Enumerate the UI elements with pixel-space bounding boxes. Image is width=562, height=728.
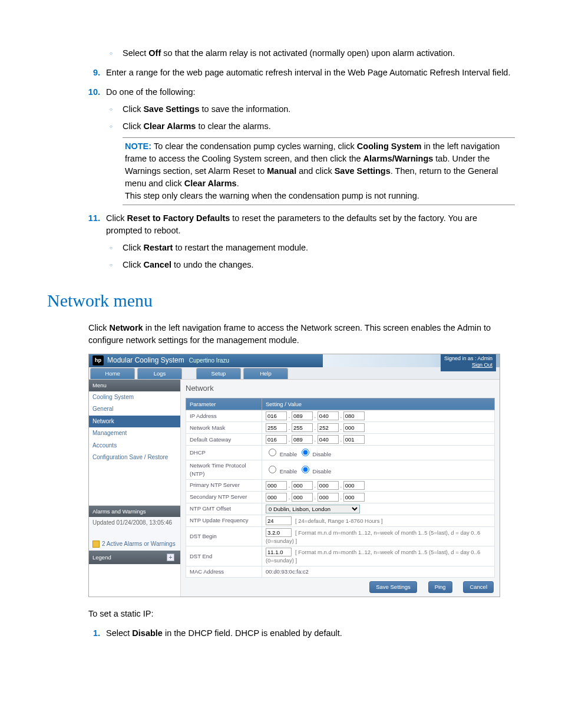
intro-paragraph: Click Network in the left navigation fra…: [88, 322, 515, 347]
step-10: 10. Do one of the following: Click Save …: [82, 86, 515, 205]
mask-octet-4[interactable]: [343, 423, 365, 432]
gmt-offset-select[interactable]: 0 Dublin, Lisbon, London: [266, 505, 360, 513]
row-ntp: Network Time Protocol (NTP) Enable Disab…: [186, 460, 495, 480]
tab-logs[interactable]: Logs: [137, 368, 182, 379]
row-dst-end: DST End [ Format m.n.d m=month 1..12, n=…: [186, 546, 495, 566]
tab-help[interactable]: Help: [243, 368, 288, 379]
signed-in-label: Signed in as : Admin: [444, 355, 492, 361]
step-11: 11. Click Reset to Factory Defaults to r…: [82, 212, 515, 271]
bullet-cancel: Click Cancel to undo the changes.: [106, 259, 515, 271]
procedure-list: Select Off so that the alarm relay is no…: [82, 47, 515, 271]
sidebar-menu-header: Menu: [89, 380, 180, 391]
tab-bar: Home Logs Setup Help: [89, 367, 500, 380]
dhcp-disable-radio[interactable]: [302, 449, 309, 456]
cancel-button[interactable]: Cancel: [463, 581, 494, 593]
gw-octet-2[interactable]: [292, 435, 313, 444]
bullet-clear-alarms: Click Clear Alarms to clear the alarms.: [106, 120, 515, 133]
sntp-octet-4[interactable]: [343, 493, 365, 502]
mask-octet-2[interactable]: [292, 423, 313, 432]
ntp-frequency-input[interactable]: [266, 516, 292, 525]
row-gmt-offset: NTP GMT Offset 0 Dublin, Lisbon, London: [186, 503, 495, 515]
tab-setup[interactable]: Setup: [196, 368, 241, 379]
static-ip-steps: 1. Select Disable in the DHCP field. DHC…: [82, 627, 515, 640]
bullet-restart: Click Restart to restart the management …: [106, 242, 515, 254]
tab-home[interactable]: Home: [90, 368, 135, 379]
static-ip-intro: To set a static IP:: [88, 608, 515, 620]
ping-button[interactable]: Ping: [428, 581, 452, 593]
bullet-off: Select Off so that the alarm relay is no…: [106, 47, 515, 60]
sidebar-item-management[interactable]: Management: [89, 427, 180, 440]
app-title: Modular Cooling System: [107, 355, 184, 365]
sidebar-legend-header[interactable]: Legend +: [89, 551, 180, 564]
row-ntp-frequency: NTP Update Frequency [ 24=default, Range…: [186, 515, 495, 526]
sidebar-item-accounts[interactable]: Accounts: [89, 440, 180, 452]
sign-out-link[interactable]: Sign Out: [472, 362, 492, 368]
ntp-enable-radio[interactable]: [269, 466, 276, 473]
row-gateway: Default Gateway . . .: [186, 434, 495, 446]
ip-octet-2[interactable]: [292, 411, 313, 420]
expand-icon[interactable]: +: [167, 554, 174, 561]
sidebar-item-cooling[interactable]: Cooling System: [89, 391, 180, 404]
sidebar-active-warnings[interactable]: 2 Active Alarms or Warnings: [89, 538, 180, 551]
col-parameter: Parameter: [186, 398, 262, 410]
app-subtitle: Cupertino Irazu: [189, 357, 229, 365]
sidebar-item-network[interactable]: Network: [89, 416, 180, 428]
hp-logo-icon: hp: [92, 355, 104, 365]
row-primary-ntp: Primary NTP Server . . .: [186, 479, 495, 491]
row-mask: Network Mask . . .: [186, 422, 495, 434]
pntp-octet-1[interactable]: [266, 481, 287, 490]
main-panel: Network Parameter Setting / Value IP Add…: [181, 380, 500, 597]
page-title: Network: [181, 382, 500, 398]
button-row: Save Settings Ping Cancel: [181, 578, 500, 597]
sidebar-item-general[interactable]: General: [89, 403, 180, 416]
dst-begin-input[interactable]: [266, 528, 292, 537]
sntp-octet-2[interactable]: [292, 493, 313, 502]
mac-address-value: 00:d0:93:0c:fa:c2: [262, 566, 495, 578]
mask-octet-3[interactable]: [318, 423, 339, 432]
sidebar-alarms-header: Alarms and Warnings: [89, 506, 180, 518]
app-titlebar: hp Modular Cooling System Cupertino Iraz…: [89, 354, 500, 367]
gw-octet-1[interactable]: [266, 435, 287, 444]
sidebar-item-config-save[interactable]: Configuration Save / Restore: [89, 452, 180, 464]
mask-octet-1[interactable]: [266, 423, 287, 432]
row-ip: IP Address . . .: [186, 410, 495, 422]
ip-octet-1[interactable]: [266, 411, 287, 420]
step-9: 9. Enter a range for the web page automa…: [82, 67, 515, 79]
network-screenshot: hp Modular Cooling System Cupertino Iraz…: [88, 354, 500, 597]
dhcp-enable-radio[interactable]: [269, 449, 276, 456]
ip-octet-4[interactable]: [343, 411, 365, 420]
col-setting: Setting / Value: [262, 398, 495, 410]
pntp-octet-2[interactable]: [292, 481, 313, 490]
sntp-octet-3[interactable]: [318, 493, 339, 502]
bullet-save-settings: Click Save Settings to save the informat…: [106, 103, 515, 116]
row-secondary-ntp: Secondary NTP Server . . .: [186, 491, 495, 503]
gw-octet-4[interactable]: [343, 435, 365, 444]
section-heading-network-menu: Network menu: [47, 288, 515, 314]
sidebar-updated: Updated 01/24/2008, 13:05:46: [89, 517, 180, 529]
pntp-octet-3[interactable]: [318, 481, 339, 490]
note-box: NOTE: To clear the condensation pump cyc…: [123, 137, 515, 205]
ntp-disable-radio[interactable]: [302, 466, 309, 473]
gw-octet-3[interactable]: [318, 435, 339, 444]
ip-octet-3[interactable]: [318, 411, 339, 420]
sidebar: Menu Cooling System General Network Mana…: [89, 380, 181, 597]
network-settings-table: Parameter Setting / Value IP Address . .…: [186, 398, 495, 578]
row-dst-begin: DST Begin [ Format m.n.d m=month 1..12, …: [186, 526, 495, 546]
static-ip-step-1: 1. Select Disable in the DHCP field. DHC…: [82, 627, 515, 640]
dst-end-input[interactable]: [266, 548, 292, 556]
row-dhcp: DHCP Enable Disable: [186, 446, 495, 460]
row-mac: MAC Address 00:d0:93:0c:fa:c2: [186, 566, 495, 578]
sign-in-panel: Signed in as : Admin Sign Out: [441, 354, 496, 371]
pntp-octet-4[interactable]: [343, 481, 365, 490]
sntp-octet-1[interactable]: [266, 493, 287, 502]
warning-icon: [92, 541, 100, 548]
save-settings-button[interactable]: Save Settings: [369, 581, 417, 593]
